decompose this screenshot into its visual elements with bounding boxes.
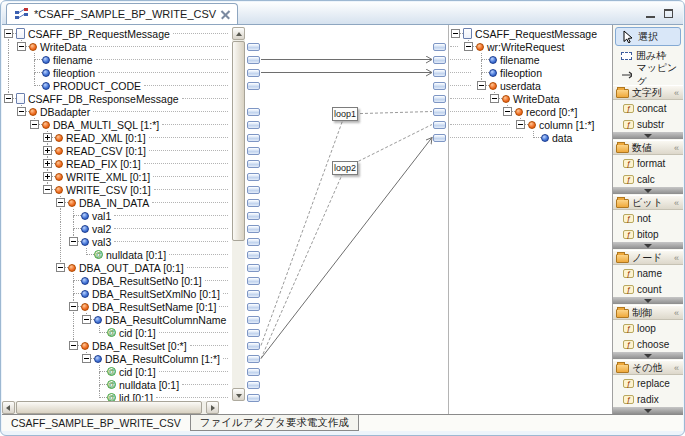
- palette-item-loop[interactable]: ƒloop: [613, 320, 683, 336]
- palette-group-header[interactable]: 文字列«: [613, 85, 683, 100]
- tree-row[interactable]: @lid [0:1]: [2, 391, 232, 401]
- loop-node[interactable]: loop1: [332, 107, 358, 121]
- tree-row[interactable]: wr:WriteRequest: [449, 40, 612, 53]
- tree-row[interactable]: fileoption: [449, 66, 612, 79]
- scroll-down-button[interactable]: [232, 388, 245, 401]
- tree-row[interactable]: filename: [449, 53, 612, 66]
- expand-icon[interactable]: [43, 159, 52, 168]
- collapse-icon[interactable]: [56, 263, 65, 272]
- tree-row[interactable]: DBA_ResultSetNo [0:1]: [2, 274, 232, 287]
- palette-item-concat[interactable]: ƒconcat: [613, 100, 683, 116]
- palette-item-choose[interactable]: ƒchoose: [613, 336, 683, 352]
- collapse-icon[interactable]: [464, 42, 473, 51]
- palette-item-calc[interactable]: ƒcalc: [613, 171, 683, 187]
- palette-scroll-down-bar[interactable]: [613, 132, 683, 139]
- palette-item-not[interactable]: ƒnot: [613, 210, 683, 226]
- collapse-icon[interactable]: [490, 94, 499, 103]
- collapse-icon[interactable]: [30, 120, 39, 129]
- collapse-icon[interactable]: [4, 29, 13, 38]
- tree-row[interactable]: DBA_IN_DATA: [2, 196, 232, 209]
- collapse-icon[interactable]: [82, 354, 91, 363]
- bottom-tab-active[interactable]: CSAFF_SAMPLE_BP_WRITE_CSV: [2, 415, 190, 431]
- scrollbar-thumb[interactable]: [232, 41, 245, 241]
- collapse-chevron-icon[interactable]: «: [674, 308, 679, 318]
- source-tree-vertical-scrollbar[interactable]: [232, 27, 245, 401]
- palette-scroll-down-bar[interactable]: [613, 352, 683, 359]
- maximize-icon[interactable]: [664, 9, 673, 18]
- palette-item-substr[interactable]: ƒsubstr: [613, 116, 683, 132]
- tree-row[interactable]: val2: [2, 222, 232, 235]
- scrollbar-thumb[interactable]: [16, 401, 202, 414]
- palette-item-name[interactable]: ƒname: [613, 265, 683, 281]
- palette-scroll-down-bar[interactable]: [613, 407, 683, 414]
- palette-item-replace[interactable]: ƒreplace: [613, 375, 683, 391]
- loop-mapping-line[interactable]: [261, 168, 345, 359]
- tree-row[interactable]: DBA_MULTI_SQL [1:*]: [2, 118, 232, 131]
- tree-row[interactable]: DBA_ResultColumn [1:*]: [2, 352, 232, 365]
- collapse-icon[interactable]: [477, 81, 486, 90]
- tree-row[interactable]: column [1:*]: [449, 118, 612, 131]
- close-icon[interactable]: [221, 10, 230, 19]
- tree-row[interactable]: filename: [2, 53, 232, 66]
- tree-row[interactable]: WRITE_XML [0:1]: [2, 170, 232, 183]
- bottom-tab-inactive[interactable]: ファイルアダプタ要求電文作成: [190, 415, 359, 431]
- palette-scroll-down-bar[interactable]: [613, 297, 683, 304]
- collapse-icon[interactable]: [17, 42, 26, 51]
- tree-row[interactable]: DBA_ResultSetName [0:1]: [2, 300, 232, 313]
- tree-row[interactable]: @cid [0:1]: [2, 326, 232, 339]
- collapse-icon[interactable]: [82, 315, 91, 324]
- tree-row[interactable]: DBA_ResultSetXmlNo [0:1]: [2, 287, 232, 300]
- collapse-icon[interactable]: [17, 107, 26, 116]
- tree-row[interactable]: record [0:*]: [449, 105, 612, 118]
- minimize-icon[interactable]: [646, 9, 656, 18]
- collapse-chevron-icon[interactable]: «: [674, 253, 679, 263]
- palette-tool-mapping-arrow[interactable]: マッピング: [615, 65, 681, 84]
- collapse-icon[interactable]: [451, 29, 460, 38]
- expand-icon[interactable]: [43, 146, 52, 155]
- tree-row[interactable]: val1: [2, 209, 232, 222]
- collapse-icon[interactable]: [69, 341, 78, 350]
- palette-item-format[interactable]: ƒformat: [613, 155, 683, 171]
- palette-group-header[interactable]: 制御«: [613, 305, 683, 320]
- palette-tool-cursor[interactable]: 選択: [615, 27, 681, 46]
- tree-row[interactable]: CSAFF_RequestMessage: [449, 27, 612, 40]
- tree-row[interactable]: fileoption: [2, 66, 232, 79]
- tree-row[interactable]: userdata: [449, 79, 612, 92]
- tree-row[interactable]: CSAFF_DB_ResponseMessage: [2, 92, 232, 105]
- tree-row[interactable]: CSAFF_BP_RequestMessage: [2, 27, 232, 40]
- collapse-chevron-icon[interactable]: «: [674, 198, 679, 208]
- collapse-icon[interactable]: [4, 94, 13, 103]
- palette-scroll-down-bar[interactable]: [613, 187, 683, 194]
- tree-row[interactable]: DBA_ResultSet [0:*]: [2, 339, 232, 352]
- tree-row[interactable]: READ_FIX [0:1]: [2, 157, 232, 170]
- tree-row[interactable]: PRODUCT_CODE: [2, 79, 232, 92]
- palette-item-radix[interactable]: ƒradix: [613, 391, 683, 407]
- source-tree-horizontal-scrollbar[interactable]: [2, 401, 219, 414]
- collapse-chevron-icon[interactable]: «: [674, 143, 679, 153]
- tree-row[interactable]: WriteData: [2, 40, 232, 53]
- mapping-canvas[interactable]: loop1loop2: [245, 25, 448, 414]
- expand-icon[interactable]: [43, 133, 52, 142]
- tree-row[interactable]: READ_XML [0:1]: [2, 131, 232, 144]
- collapse-icon[interactable]: [503, 107, 512, 116]
- loop-mapping-line[interactable]: [345, 112, 432, 115]
- loop-node[interactable]: loop2: [332, 161, 358, 175]
- loop-mapping-line[interactable]: [345, 125, 432, 169]
- tree-row[interactable]: @cid [0:1]: [2, 365, 232, 378]
- tree-row[interactable]: @nulldata [0:1]: [2, 378, 232, 391]
- scroll-up-button[interactable]: [232, 27, 245, 40]
- palette-group-header[interactable]: ビット«: [613, 195, 683, 210]
- collapse-chevron-icon[interactable]: «: [674, 88, 679, 98]
- palette-group-header[interactable]: ノード«: [613, 250, 683, 265]
- collapse-icon[interactable]: [43, 185, 52, 194]
- palette-item-bitop[interactable]: ƒbitop: [613, 226, 683, 242]
- collapse-chevron-icon[interactable]: «: [674, 363, 679, 373]
- tree-row[interactable]: val3: [2, 235, 232, 248]
- collapse-icon[interactable]: [56, 198, 65, 207]
- tree-row[interactable]: DBA_ResultColumnName: [2, 313, 232, 326]
- tree-row[interactable]: WriteData: [449, 92, 612, 105]
- palette-scroll-down-bar[interactable]: [613, 242, 683, 249]
- tree-row[interactable]: DBadapter: [2, 105, 232, 118]
- tree-row[interactable]: READ_CSV [0:1]: [2, 144, 232, 157]
- scroll-left-button[interactable]: [2, 401, 15, 414]
